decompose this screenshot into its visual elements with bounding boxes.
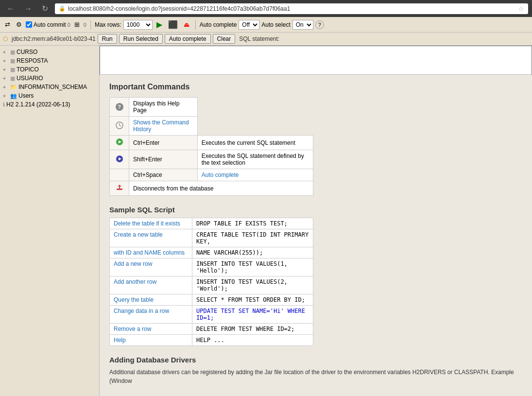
help-content: Important Commands ? Displays this Help … <box>100 75 532 396</box>
auto-select-label: Auto select <box>261 21 290 28</box>
table-row: Create a new table CREATE TABLE TEST(ID … <box>110 229 313 247</box>
auto-commit-checkbox[interactable] <box>26 21 32 28</box>
sql-text-8: DELETE FROM TEST WHERE ID=2; <box>196 326 294 332</box>
adding-drivers-title: Adding Database Drivers <box>109 356 522 364</box>
script-sql-1: DROP TABLE IF EXISTS TEST; <box>192 218 313 229</box>
folder-icon-info-schema: 📁 <box>10 84 17 90</box>
cmd-icon-autocomplete <box>110 169 129 181</box>
script-link-9[interactable]: Help <box>110 335 192 346</box>
script-sql-6: SELECT * FROM TEST ORDER BY ID; <box>192 294 313 306</box>
reload-button[interactable]: ↻ <box>39 3 51 14</box>
table-row: with ID and NAME columns NAME VARCHAR(25… <box>110 247 313 258</box>
cmd-desc-run: Executes the current SQL statement <box>197 136 313 150</box>
table-row: Remove a row DELETE FROM TEST WHERE ID=2… <box>110 324 313 335</box>
address-bar[interactable]: 🔒 localhost:8080/h2-console/login.do?jse… <box>55 3 528 14</box>
create-table-link[interactable]: Create a new table <box>114 231 188 238</box>
action-toolbar: ⬡ jdbc:h2:mem:a649ce01-b023-41 Run Run S… <box>0 33 532 46</box>
sql-text-3: NAME VARCHAR(255)); <box>196 249 263 256</box>
toolbar-preferences-btn[interactable]: ⚙ <box>14 20 24 29</box>
sample-sql-title: Sample SQL Script <box>109 206 522 214</box>
sidebar-label-version: H2 2.1.214 (2022-06-13) <box>6 101 70 108</box>
stop-btn-icon[interactable]: ⬛ <box>166 19 180 30</box>
disconnect-icon <box>116 184 123 191</box>
script-sql-4: INSERT INTO TEST VALUES(1, 'Hello'); <box>192 258 313 276</box>
script-link-6[interactable]: Query the table <box>110 294 192 306</box>
cmd-desc-run-sel: Executes the SQL statement defined by th… <box>197 150 313 169</box>
add-another-row-link[interactable]: Add another row <box>114 278 188 285</box>
sidebar-item-curso[interactable]: + ▦ CURSO <box>0 48 99 56</box>
table-row: Help HELP ... <box>110 335 313 346</box>
users-icon: 👥 <box>10 93 17 99</box>
table-row: ? Displays this Help Page <box>110 98 313 117</box>
script-link-7[interactable]: Change data in a row <box>110 306 192 324</box>
sql-editor[interactable] <box>100 46 532 75</box>
script-link-3[interactable]: with ID and NAME columns <box>110 247 192 258</box>
add-row-link[interactable]: Add a new row <box>114 260 188 267</box>
max-rows-select[interactable]: 1000 100 10000 <box>123 20 153 30</box>
run-action-btn[interactable]: Run <box>98 34 117 44</box>
expand-icon-users: + <box>3 93 9 99</box>
connection-label: jdbc:h2:mem:a649ce01-b023-41 <box>12 35 96 42</box>
disconnect-btn-icon[interactable]: ⏏ <box>182 20 191 29</box>
table-icon-resposta: ▦ <box>10 58 15 64</box>
script-sql-7: UPDATE TEST SET NAME='Hi' WHERE ID=1; <box>192 306 313 324</box>
script-link-4[interactable]: Add a new row <box>110 258 192 276</box>
cmd-desc-autocomplete: Auto complete <box>197 169 313 181</box>
auto-select-select[interactable]: On Off <box>292 20 313 30</box>
cmd-shortcut-run: Ctrl+Enter <box>129 136 198 150</box>
sql-text-9: HELP ... <box>196 337 224 344</box>
cmd-icon-run-sel <box>110 150 129 169</box>
cmd-desc-help: Displays this Help Page <box>129 98 198 117</box>
expand-icon-topico: + <box>3 67 9 72</box>
run-selected-action-btn[interactable]: Run Selected <box>119 34 163 44</box>
important-commands-title: Important Commands <box>109 83 522 91</box>
table-row: Add another row INSERT INTO TEST VALUES(… <box>110 276 313 294</box>
svg-rect-7 <box>117 189 122 190</box>
sql-text-7: UPDATE TEST SET NAME='Hi' WHERE ID=1; <box>196 308 305 321</box>
script-link-5[interactable]: Add another row <box>110 276 192 294</box>
sql-statement-label: SQL statement: <box>239 35 279 42</box>
table-row: Ctrl+Enter Executes the current SQL stat… <box>110 136 313 150</box>
back-button[interactable]: ← <box>4 3 17 14</box>
sidebar-item-usuario[interactable]: + ▦ USUARIO <box>0 74 99 83</box>
auto-complete-action-btn[interactable]: Auto complete <box>165 34 211 44</box>
script-link-1[interactable]: Delete the table if it exists <box>110 218 192 229</box>
with-id-name-link[interactable]: with ID and NAME columns <box>114 249 188 256</box>
sidebar-item-information-schema[interactable]: + 📁 INFORMATION_SCHEMA <box>0 83 99 91</box>
auto-complete-select[interactable]: Off On <box>239 20 259 30</box>
cmd-icon-help: ? <box>110 98 129 117</box>
table-icon-usuario: ▦ <box>10 75 15 82</box>
run-btn-icon[interactable]: ▶ <box>154 19 164 30</box>
auto-commit-checkbox-group: Auto commit 0 <box>26 21 70 28</box>
sidebar-item-topico[interactable]: + ▦ TOPICO <box>0 65 99 74</box>
clear-action-btn[interactable]: Clear <box>213 34 236 44</box>
help-link[interactable]: Help <box>114 337 188 344</box>
sql-text-2: CREATE TABLE TEST(ID INT PRIMARY KEY, <box>196 231 309 245</box>
sql-text-5: INSERT INTO TEST VALUES(2, 'World'); <box>196 278 288 292</box>
query-table-link[interactable]: Query the table <box>114 296 188 303</box>
sql-text-4: INSERT INTO TEST VALUES(1, 'Hello'); <box>196 260 288 274</box>
delete-table-link[interactable]: Delete the table if it exists <box>114 220 188 227</box>
auto-complete-label: Auto complete <box>200 21 237 28</box>
table-row: Change data in a row UPDATE TEST SET NAM… <box>110 306 313 324</box>
script-link-2[interactable]: Create a new table <box>110 229 192 247</box>
sidebar-label-users: Users <box>18 92 34 99</box>
script-sql-2: CREATE TABLE TEST(ID INT PRIMARY KEY, <box>192 229 313 247</box>
sidebar-item-users[interactable]: + 👥 Users <box>0 91 99 100</box>
content-area: Important Commands ? Displays this Help … <box>100 46 532 396</box>
script-link-8[interactable]: Remove a row <box>110 324 192 335</box>
forward-button[interactable]: → <box>21 3 35 14</box>
expand-icon-resposta: + <box>3 58 9 64</box>
toolbar-connections-btn[interactable]: ⇄ <box>3 20 12 29</box>
toolbar-extra-btn[interactable]: ⊞ <box>72 20 82 29</box>
cmd-desc-disconnect: Disconnects from the database <box>129 181 313 196</box>
svg-line-2 <box>120 125 121 126</box>
help-icon-btn[interactable]: ? <box>315 20 324 29</box>
browser-chrome: ← → ↻ 🔒 localhost:8080/h2-console/login.… <box>0 0 532 17</box>
sidebar-item-resposta[interactable]: + ▦ RESPOSTA <box>0 56 99 65</box>
remove-row-link[interactable]: Remove a row <box>114 326 188 332</box>
main-layout: + ▦ CURSO + ▦ RESPOSTA + ▦ TOPICO + ▦ US… <box>0 46 532 396</box>
change-data-link[interactable]: Change data in a row <box>114 308 188 314</box>
disconnect-count: 0 <box>84 22 86 28</box>
expand-icon-curso: + <box>3 50 9 55</box>
